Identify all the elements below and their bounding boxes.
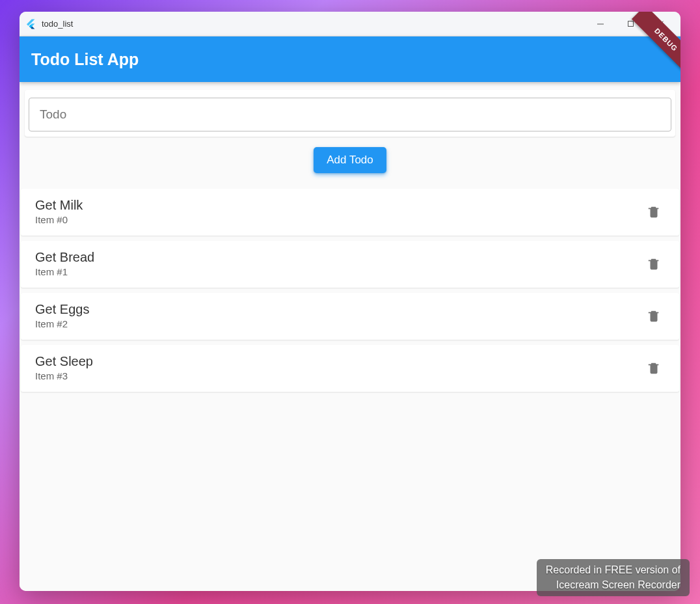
add-todo-button[interactable]: Add Todo [314,147,386,173]
todo-subtitle: Item #1 [35,266,647,277]
trash-icon[interactable] [647,309,661,323]
todo-input[interactable] [29,98,671,131]
todo-text: Get Eggs Item #2 [35,302,647,329]
minimize-button[interactable] [586,14,615,34]
app-bar: Todo List App DEBUG [20,36,680,82]
todo-text: Get Sleep Item #3 [35,354,647,381]
watermark-line1: Recorded in FREE version of [546,563,680,577]
todo-subtitle: Item #0 [35,214,647,225]
todo-subtitle: Item #3 [35,370,647,381]
window-title: todo_list [42,19,586,29]
recorder-watermark: Recorded in FREE version of Icecream Scr… [537,559,690,596]
todo-title: Get Milk [35,198,647,213]
list-item[interactable]: Get Bread Item #1 [21,241,679,288]
todo-title: Get Sleep [35,354,647,369]
list-item[interactable]: Get Sleep Item #3 [21,345,679,392]
todo-text: Get Bread Item #1 [35,250,647,277]
trash-icon[interactable] [647,256,661,271]
todo-list: Get Milk Item #0 Get Bread Item #1 G [20,189,680,398]
app-title: Todo List App [31,50,139,69]
todo-subtitle: Item #2 [35,318,647,329]
watermark-line2: Icecream Screen Recorder [546,578,680,592]
list-item[interactable]: Get Milk Item #0 [21,189,679,236]
flutter-logo-icon [25,18,36,30]
svg-rect-1 [628,21,633,27]
todo-title: Get Bread [35,250,647,265]
trash-icon[interactable] [647,204,661,219]
titlebar: todo_list [20,12,680,36]
button-row: Add Todo [20,137,680,184]
list-item[interactable]: Get Eggs Item #2 [21,293,679,340]
trash-icon[interactable] [647,361,661,375]
app-window: todo_list Todo List App DEBUG Add Todo [20,12,680,591]
input-card [25,90,675,137]
body-area: Add Todo Get Milk Item #0 Get Bread Item… [20,82,680,591]
todo-text: Get Milk Item #0 [35,198,647,225]
todo-title: Get Eggs [35,302,647,317]
